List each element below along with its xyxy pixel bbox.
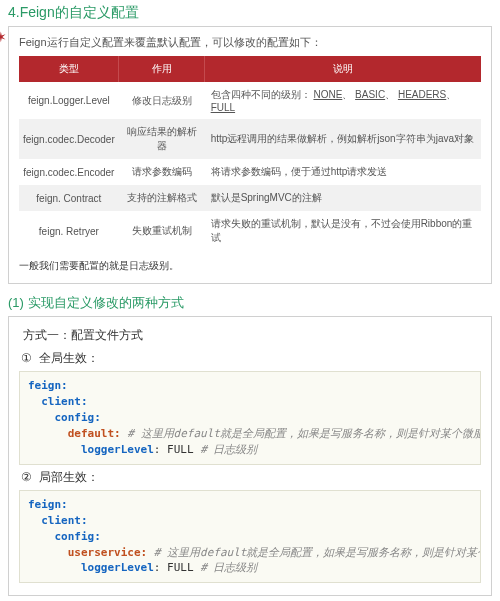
cell-desc: 请求失败的重试机制，默认是没有，不过会使用Ribbon的重试 bbox=[205, 211, 481, 251]
cell-role: 响应结果的解析器 bbox=[119, 119, 205, 159]
cell-desc: 默认是SpringMVC的注解 bbox=[205, 185, 481, 211]
code-line: feign: bbox=[28, 379, 68, 392]
code-line: loggerLevel bbox=[28, 561, 154, 574]
code-line: client: bbox=[28, 395, 88, 408]
code-line: loggerLevel bbox=[28, 443, 154, 456]
table-row: feign.codec.Encoder 请求参数编码 将请求参数编码，便于通过h… bbox=[19, 159, 481, 185]
section-title-main: 4.Feign的自定义配置 bbox=[0, 0, 500, 24]
table-row: feign.Logger.Level 修改日志级别 包含四种不同的级别： NON… bbox=[19, 82, 481, 119]
code-line: feign: bbox=[28, 498, 68, 511]
code-line: default: bbox=[28, 427, 121, 440]
step1-line: ① 全局生效： bbox=[21, 350, 481, 367]
th-role: 作用 bbox=[119, 56, 205, 82]
cell-type: feign.codec.Decoder bbox=[19, 119, 119, 159]
th-type: 类型 bbox=[19, 56, 119, 82]
step2-num: ② bbox=[21, 470, 32, 484]
code-comment: # 这里用default就是全局配置，如果是写服务名称，则是针对某个微服务的配置 bbox=[147, 546, 481, 559]
level-basic: BASIC bbox=[355, 89, 385, 100]
code-comment: # 日志级别 bbox=[200, 443, 257, 456]
th-desc: 说明 bbox=[205, 56, 481, 82]
table-row: feign.codec.Decoder 响应结果的解析器 http远程调用的结果… bbox=[19, 119, 481, 159]
cell-role: 请求参数编码 bbox=[119, 159, 205, 185]
level-headers: HEADERS bbox=[398, 89, 446, 100]
table-row: feign. Contract 支持的注解格式 默认是SpringMVC的注解 bbox=[19, 185, 481, 211]
code-comment: # 这里用default就是全局配置，如果是写服务名称，则是针对某个微服务的配置 bbox=[121, 427, 481, 440]
subsection-title: (1) 实现自定义修改的两种方式 bbox=[0, 290, 500, 314]
step1-label: 全局生效： bbox=[39, 351, 99, 365]
step2-line: ② 局部生效： bbox=[21, 469, 481, 486]
method1-box: 方式一：配置文件方式 ① 全局生效： feign: client: config… bbox=[8, 316, 492, 596]
code-block-2: feign: client: config: userservice: # 这里… bbox=[19, 490, 481, 584]
level-full: FULL bbox=[211, 102, 235, 113]
cell-desc: 将请求参数编码，便于通过http请求发送 bbox=[205, 159, 481, 185]
cell-type: feign.Logger.Level bbox=[19, 82, 119, 119]
step1-num: ① bbox=[21, 351, 32, 365]
method1-heading: 方式一：配置文件方式 bbox=[19, 325, 481, 346]
code-value: : FULL bbox=[154, 561, 200, 574]
desc-prefix: 包含四种不同的级别： bbox=[211, 89, 311, 100]
intro-text: Feign运行自定义配置来覆盖默认配置，可以修改的配置如下： bbox=[19, 35, 481, 50]
code-block-1: feign: client: config: default: # 这里用def… bbox=[19, 371, 481, 465]
cell-role: 失败重试机制 bbox=[119, 211, 205, 251]
code-value: : FULL bbox=[154, 443, 200, 456]
cell-role: 支持的注解格式 bbox=[119, 185, 205, 211]
level-none: NONE bbox=[313, 89, 342, 100]
code-line: client: bbox=[28, 514, 88, 527]
cell-type: feign. Contract bbox=[19, 185, 119, 211]
cell-role: 修改日志级别 bbox=[119, 82, 205, 119]
config-table: 类型 作用 说明 feign.Logger.Level 修改日志级别 包含四种不… bbox=[19, 56, 481, 251]
after-table-note: 一般我们需要配置的就是日志级别。 bbox=[19, 257, 481, 275]
cell-type: feign. Retryer bbox=[19, 211, 119, 251]
cell-type: feign.codec.Encoder bbox=[19, 159, 119, 185]
cell-desc: 包含四种不同的级别： NONE、 BASIC、 HEADERS、 FULL bbox=[205, 82, 481, 119]
table-row: feign. Retryer 失败重试机制 请求失败的重试机制，默认是没有，不过… bbox=[19, 211, 481, 251]
code-comment: # 日志级别 bbox=[200, 561, 257, 574]
star-icon: ✶ bbox=[0, 29, 7, 45]
config-table-box: ✶ Feign运行自定义配置来覆盖默认配置，可以修改的配置如下： 类型 作用 说… bbox=[8, 26, 492, 284]
code-line: config: bbox=[28, 530, 101, 543]
cell-desc: http远程调用的结果做解析，例如解析json字符串为java对象 bbox=[205, 119, 481, 159]
code-line: config: bbox=[28, 411, 101, 424]
code-line: userservice: bbox=[28, 546, 147, 559]
step2-label: 局部生效： bbox=[39, 470, 99, 484]
